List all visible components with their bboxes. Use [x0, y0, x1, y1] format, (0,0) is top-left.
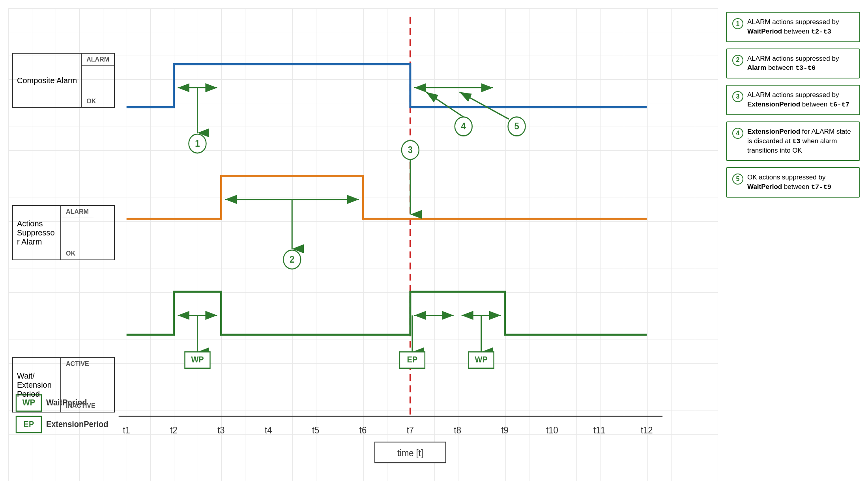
annotation-number-1: 1	[732, 18, 743, 29]
wait-extension-label: Wait/ Extension Period ACTIVE INACTIVE	[12, 357, 115, 412]
annotation-3-group: 3	[402, 140, 419, 214]
svg-text:t2: t2	[170, 425, 177, 435]
svg-text:t4: t4	[265, 425, 272, 435]
annotation-number-4: 4	[732, 128, 743, 139]
annotation-4-group: 4	[414, 88, 493, 136]
svg-text:EP: EP	[407, 355, 418, 364]
chart-area: Composite Alarm ALARM OK Actions Suppres…	[8, 8, 718, 481]
annotation-text-5: OK actions suppressed by WaitPeriod betw…	[747, 173, 854, 192]
annotation-box-3: 3 ALARM actions suppressed by ExtensionP…	[726, 85, 860, 115]
annotation-3-bold: ExtensionPeriod	[747, 101, 800, 108]
ep-label-t7-t8: EP	[400, 315, 454, 368]
time-axis: t1 t2 t3 t4 t5 t6 t7 t8 t9 t10 t11 t12 t…	[119, 416, 662, 463]
diagram-container: Composite Alarm ALARM OK Actions Suppres…	[8, 8, 718, 481]
wait-extension-state-inactive: INACTIVE	[61, 400, 100, 412]
suppressor-alarm-state-alarm: ALARM	[61, 206, 94, 218]
composite-alarm-name: Composite Alarm	[13, 54, 81, 107]
annotation-5-bold: WaitPeriod	[747, 183, 782, 190]
svg-text:time [t]: time [t]	[397, 448, 423, 458]
svg-text:t12: t12	[641, 425, 653, 435]
wp-label-t2-t3: WP	[178, 315, 217, 368]
svg-text:t11: t11	[593, 425, 606, 435]
svg-text:t3: t3	[217, 425, 224, 435]
wait-extension-line	[127, 292, 647, 335]
svg-text:1: 1	[195, 138, 200, 149]
annotation-text-1: ALARM actions suppressed by WaitPeriod b…	[747, 17, 854, 37]
svg-text:2: 2	[290, 254, 294, 265]
annotation-text-2: ALARM actions suppressed by Alarm betwee…	[747, 54, 854, 73]
svg-text:WP: WP	[475, 355, 488, 364]
composite-alarm-line	[127, 64, 647, 107]
annotation-text-4: ExtensionPeriod for ALARM state is disca…	[747, 127, 854, 155]
annotation-box-2: 2 ALARM actions suppressed by Alarm betw…	[726, 49, 860, 79]
annotation-box-5: 5 OK actions suppressed by WaitPeriod be…	[726, 167, 860, 198]
svg-text:t5: t5	[312, 425, 319, 435]
composite-alarm-label: Composite Alarm ALARM OK	[12, 53, 115, 108]
annotation-2-group: 2	[225, 200, 359, 269]
svg-text:3: 3	[408, 144, 413, 155]
annotation-4-bold: ExtensionPeriod	[747, 128, 800, 135]
svg-text:t7: t7	[407, 425, 414, 435]
wait-extension-state-active: ACTIVE	[61, 358, 100, 370]
annotation-number-2: 2	[732, 55, 743, 66]
svg-line-17	[426, 92, 464, 117]
annotation-number-3: 3	[732, 91, 743, 102]
annotation-number-5: 5	[732, 174, 743, 185]
svg-text:5: 5	[514, 121, 519, 131]
svg-text:WP: WP	[191, 355, 204, 364]
annotation-box-4: 4 ExtensionPeriod for ALARM state is dis…	[726, 121, 860, 161]
suppressor-alarm-states: ALARM OK	[60, 206, 94, 259]
svg-text:t10: t10	[546, 425, 558, 435]
annotation-1-group: 1	[178, 88, 217, 153]
annotation-2-bold: Alarm	[747, 64, 766, 71]
svg-text:t6: t6	[359, 425, 367, 435]
suppressor-alarm-name: Actions Suppressor Alarm	[13, 206, 60, 259]
svg-line-21	[460, 92, 509, 119]
svg-text:4: 4	[461, 121, 466, 131]
composite-alarm-state-alarm: ALARM	[82, 54, 114, 66]
wait-extension-states: ACTIVE INACTIVE	[60, 358, 100, 412]
svg-text:t9: t9	[501, 425, 508, 435]
wp-label-t8-t9: WP	[462, 315, 501, 368]
wait-extension-name: Wait/ Extension Period	[13, 358, 60, 412]
right-panel: 1 ALARM actions suppressed by WaitPeriod…	[726, 8, 860, 481]
svg-text:t1: t1	[123, 425, 130, 435]
svg-text:t8: t8	[454, 425, 461, 435]
composite-alarm-states: ALARM OK	[81, 54, 114, 107]
annotation-text-3: ALARM actions suppressed by ExtensionPer…	[747, 90, 854, 110]
composite-alarm-state-ok: OK	[82, 95, 114, 107]
suppressor-alarm-state-ok: OK	[61, 248, 94, 259]
label-boxes: Composite Alarm ALARM OK Actions Suppres…	[12, 8, 115, 457]
annotation-1-bold: WaitPeriod	[747, 28, 782, 35]
annotation-box-1: 1 ALARM actions suppressed by WaitPeriod…	[726, 12, 860, 42]
suppressor-alarm-label: Actions Suppressor Alarm ALARM OK	[12, 205, 115, 260]
main-container: Composite Alarm ALARM OK Actions Suppres…	[0, 0, 868, 489]
suppressor-alarm-line	[127, 176, 647, 219]
